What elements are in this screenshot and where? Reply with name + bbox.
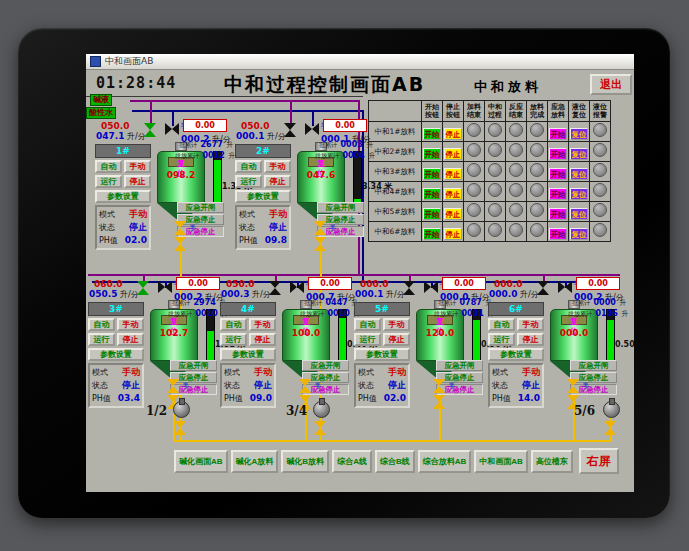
inlet-valve-icon[interactable]: [284, 123, 296, 137]
row-start-button[interactable]: 开始: [423, 228, 441, 240]
feed-end-lamp: [467, 163, 481, 177]
row-reset-button[interactable]: 复位: [570, 168, 588, 180]
stop-button[interactable]: 停止: [117, 333, 144, 346]
stop-button[interactable]: 停止: [124, 175, 151, 188]
row-emergency-button[interactable]: 开始: [549, 208, 567, 220]
run-button[interactable]: 运行: [88, 333, 115, 346]
params-button[interactable]: 参数设置: [354, 348, 410, 361]
row-stop-button[interactable]: 停止: [444, 228, 462, 240]
nav-screen-button[interactable]: 碱化A放料: [231, 450, 279, 473]
discharge-valve-icon[interactable]: [167, 379, 179, 393]
discharge-valve-icon[interactable]: [299, 379, 311, 393]
row-emergency-button[interactable]: 开始: [549, 168, 567, 180]
manifold-valve-icon[interactable]: [314, 421, 326, 435]
status-box: 模式 手动 状态 停止 PH值 14.0: [488, 363, 544, 408]
run-button[interactable]: 运行: [354, 333, 381, 346]
manual-button[interactable]: 手动: [264, 160, 291, 173]
row-emergency-button[interactable]: 开始: [549, 148, 567, 160]
manual-button[interactable]: 手动: [249, 318, 276, 331]
row-stop-button[interactable]: 停止: [444, 188, 462, 200]
feed-valve-icon[interactable]: [424, 281, 438, 293]
right-screen-button[interactable]: 右屏: [579, 448, 619, 474]
row-start-button[interactable]: 开始: [423, 148, 441, 160]
inlet-valve-icon[interactable]: [537, 281, 549, 295]
row-reset-button[interactable]: 复位: [570, 228, 588, 240]
inlet-valve-icon[interactable]: [403, 281, 415, 295]
emergency-open-button[interactable]: 应急开闸: [317, 202, 364, 213]
run-button[interactable]: 运行: [220, 333, 247, 346]
manifold-valve-icon[interactable]: [604, 421, 616, 435]
auto-button[interactable]: 自动: [88, 318, 115, 331]
inlet-valve-icon[interactable]: [269, 281, 281, 295]
manual-button[interactable]: 手动: [117, 318, 144, 331]
discharge-valve-icon[interactable]: [567, 379, 579, 393]
stop-button[interactable]: 停止: [264, 175, 291, 188]
row-stop-button[interactable]: 停止: [444, 148, 462, 160]
row-emergency-button[interactable]: 开始: [549, 228, 567, 240]
run-button[interactable]: 运行: [95, 175, 122, 188]
batch-counter: 批累计 0003 升: [319, 140, 373, 150]
auto-button[interactable]: 自动: [354, 318, 381, 331]
stop-button[interactable]: 停止: [383, 333, 410, 346]
nav-screen-button[interactable]: 碱化画面AB: [174, 450, 228, 473]
emergency-open-button[interactable]: 应急开闸: [170, 360, 217, 371]
run-button[interactable]: 运行: [235, 175, 262, 188]
row-reset-button[interactable]: 复位: [570, 208, 588, 220]
row-emergency-button[interactable]: 开始: [549, 188, 567, 200]
nav-screen-button[interactable]: 综合A线: [332, 450, 372, 473]
nav-screen-button[interactable]: 碱化B放料: [281, 450, 329, 473]
auto-button[interactable]: 自动: [235, 160, 262, 173]
row-stop-button[interactable]: 停止: [444, 208, 462, 220]
discharge-valve-icon[interactable]: [174, 221, 186, 235]
manifold-valve-icon[interactable]: [174, 421, 186, 435]
flow-setpoint: 050.0: [226, 279, 254, 289]
nav-screen-button[interactable]: 中和画面AB: [474, 450, 528, 473]
row-start-button[interactable]: 开始: [423, 208, 441, 220]
params-button[interactable]: 参数设置: [235, 190, 291, 203]
auto-button[interactable]: 自动: [220, 318, 247, 331]
feed-valve-icon[interactable]: [165, 123, 179, 135]
feed-valve-icon[interactable]: [558, 281, 572, 293]
emergency-open-button[interactable]: 应急开闸: [302, 360, 349, 371]
manual-button[interactable]: 手动: [517, 318, 544, 331]
row-start-button[interactable]: 开始: [423, 188, 441, 200]
feed-valve-icon[interactable]: [158, 281, 172, 293]
run-button[interactable]: 运行: [488, 333, 515, 346]
params-button[interactable]: 参数设置: [488, 348, 544, 361]
auto-button[interactable]: 自动: [95, 160, 122, 173]
auto-button[interactable]: 自动: [488, 318, 515, 331]
params-button[interactable]: 参数设置: [95, 190, 151, 203]
row-reset-button[interactable]: 复位: [570, 148, 588, 160]
row-start-button[interactable]: 开始: [423, 128, 441, 140]
feed-valve-icon[interactable]: [305, 123, 319, 135]
emergency-open-button[interactable]: 应急开闸: [177, 202, 224, 213]
exit-button[interactable]: 退出: [590, 74, 632, 95]
nav-screen-button[interactable]: 综合放料AB: [418, 450, 472, 473]
manual-button[interactable]: 手动: [124, 160, 151, 173]
discharge-counter: 排放累计 0001 升: [434, 309, 494, 319]
stop-button[interactable]: 停止: [517, 333, 544, 346]
discharge-valve-icon[interactable]: [174, 237, 186, 251]
params-button[interactable]: 参数设置: [220, 348, 276, 361]
inlet-valve-icon[interactable]: [144, 123, 156, 137]
nav-screen-button[interactable]: 综合B线: [375, 450, 415, 473]
emergency-open-button[interactable]: 应急开闸: [436, 360, 483, 371]
discharge-valve-icon[interactable]: [433, 395, 445, 409]
discharge-valve-icon[interactable]: [314, 221, 326, 235]
row-stop-button[interactable]: 停止: [444, 128, 462, 140]
emergency-open-button[interactable]: 应急开闸: [570, 360, 617, 371]
row-start-button[interactable]: 开始: [423, 168, 441, 180]
row-stop-button[interactable]: 停止: [444, 168, 462, 180]
stop-button[interactable]: 停止: [249, 333, 276, 346]
params-button[interactable]: 参数设置: [88, 348, 144, 361]
discharge-valve-icon[interactable]: [433, 379, 445, 393]
row-reset-button[interactable]: 复位: [570, 128, 588, 140]
row-reset-button[interactable]: 复位: [570, 188, 588, 200]
discharge-valve-icon[interactable]: [314, 237, 326, 251]
nav-screen-button[interactable]: 高位槽东: [531, 450, 573, 473]
inlet-valve-icon[interactable]: [137, 281, 149, 295]
manual-button[interactable]: 手动: [383, 318, 410, 331]
row-label: 中和4#放料: [369, 182, 422, 202]
feed-valve-icon[interactable]: [290, 281, 304, 293]
row-emergency-button[interactable]: 开始: [549, 128, 567, 140]
